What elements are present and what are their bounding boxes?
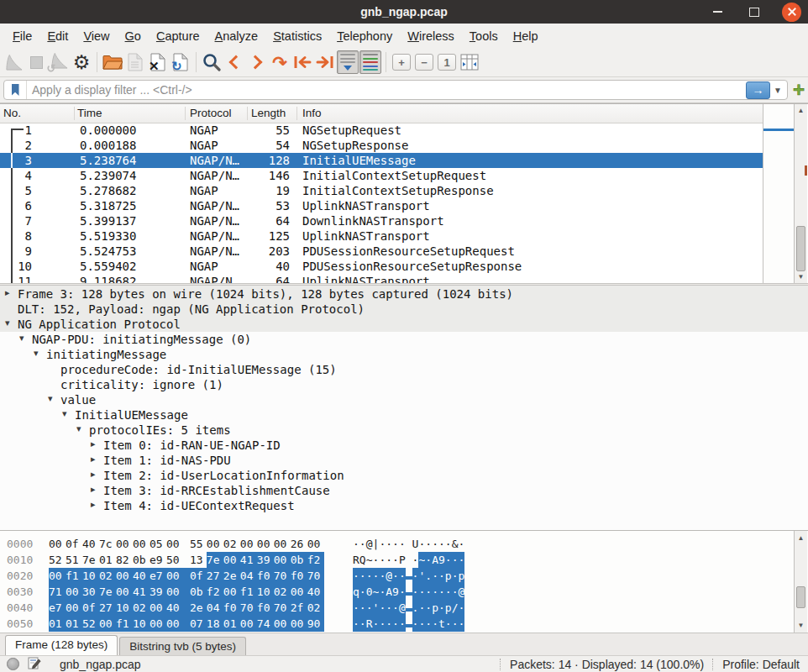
packet-row[interactable]: 105.559402NGAP40PDUSessionResourceSetupR… [0,259,763,274]
normal-size-button[interactable]: 1 [436,50,458,74]
menu-telephony[interactable]: Telephony [329,27,400,45]
packet-row[interactable]: 119.118682NGAP/N…64UplinkNASTransport [0,274,763,283]
collapse-icon[interactable]: ▾ [19,333,24,344]
column-header-length[interactable]: Length [251,107,286,119]
collapse-icon[interactable]: ▾ [62,408,67,419]
packet-row[interactable]: 55.278682NGAP19InitialContextSetupRespon… [0,183,763,198]
hex-row[interactable]: 001052517e01820be950 137e004139000bf2RQ~… [0,552,808,568]
packet-row[interactable]: 95.524753NGAP/N…203PDUSessionResourceSet… [0,244,763,259]
hex-scrollbar[interactable]: ▲ ▼ [794,531,807,633]
packet-row[interactable]: 35.238764NGAP/N…128InitialUEMessage [0,153,763,168]
packet-row[interactable]: 10.000000NGAP55NGSetupRequest [0,123,763,138]
maximize-button[interactable] [745,3,763,21]
expand-icon[interactable]: ▸ [91,438,96,449]
stop-capture-button[interactable] [25,50,47,74]
expand-icon[interactable]: ▸ [91,499,96,510]
expand-icon[interactable]: ▸ [91,469,96,480]
add-filter-button[interactable]: + [792,80,805,100]
intelligent-scrollbar-map[interactable] [763,104,794,283]
byte-view-tab[interactable]: Frame (128 bytes) [5,635,118,655]
menu-wireless[interactable]: Wireless [400,27,462,45]
scroll-up-icon[interactable]: ▲ [795,107,807,114]
detail-row[interactable]: ▾NG Application Protocol [0,317,808,332]
menu-view[interactable]: View [76,27,117,45]
apply-filter-button[interactable]: → [746,81,770,99]
packet-row[interactable]: 45.239074NGAP/N…146InitialContextSetupRe… [0,168,763,183]
display-filter-input[interactable]: Apply a display filter ... <Ctrl-/> → ▼ [3,80,788,100]
menu-analyze[interactable]: Analyze [207,27,266,45]
detail-row[interactable]: ▸Item 3: id-RRCEstablishmentCause [0,483,808,498]
expert-info-icon[interactable] [7,658,19,670]
packet-row[interactable]: 65.318725NGAP/N…53UplinkNASTransport [0,198,763,213]
detail-row[interactable]: ▾NGAP-PDU: initiatingMessage (0) [0,332,808,347]
zoom-out-button[interactable]: − [413,50,435,74]
collapse-icon[interactable]: ▾ [5,318,10,328]
hex-row[interactable]: 005001015200f1100000 0718010074000090··R… [0,616,808,632]
hex-row[interactable]: 0040e7000f2710020040 2e04f070f0702f02···… [0,600,808,616]
minimize-button[interactable] [708,3,727,21]
menu-file[interactable]: File [5,27,39,45]
expand-icon[interactable]: ▸ [5,287,10,298]
scroll-up-icon[interactable]: ▲ [795,534,807,542]
collapse-icon[interactable]: ▾ [76,423,81,434]
close-file-button[interactable]: ✕ [147,50,169,74]
packet-row[interactable]: 85.519330NGAP/N…125UplinkNASTransport [0,228,763,244]
go-to-packet-button[interactable]: ↷ [269,50,291,74]
byte-view-tab[interactable]: Bitstring tvb (5 bytes) [119,637,246,655]
go-last-button[interactable] [314,50,336,74]
close-button[interactable] [782,3,801,22]
column-header-info[interactable]: Info [302,107,322,119]
column-header-no[interactable]: No. [3,107,21,119]
detail-row[interactable]: ▸Item 2: id-UserLocationInformation [0,468,808,483]
expand-icon[interactable]: ▸ [91,454,96,465]
detail-row[interactable]: ▾initiatingMessage [0,347,808,362]
scrollbar-thumb[interactable] [796,586,805,608]
filter-bookmark-button[interactable] [4,81,27,99]
collapse-icon[interactable]: ▾ [48,393,53,404]
start-capture-button[interactable] [3,50,24,74]
scroll-down-icon[interactable]: ▼ [795,273,807,281]
hex-row[interactable]: 002000f110020040e700 0f272e04f070f070···… [0,568,808,584]
detail-row[interactable]: DLT: 152, Payload: ngap (NG Application … [0,302,808,317]
detail-row[interactable]: ▸Frame 3: 128 bytes on wire (1024 bits),… [0,286,808,302]
capture-options-button[interactable]: ⚙ [71,50,92,74]
auto-scroll-button[interactable] [337,50,359,74]
restart-capture-button[interactable]: ↺ [48,50,70,74]
filter-dropdown-caret[interactable]: ▼ [774,86,782,95]
column-header-protocol[interactable]: Protocol [190,107,232,119]
save-file-button[interactable] [124,50,146,74]
menu-help[interactable]: Help [506,27,546,45]
hex-row[interactable]: 00307100307e00413900 0bf200f110020040q·0… [0,584,808,600]
expand-icon[interactable]: ▸ [91,484,96,495]
detail-row[interactable]: ▾protocolIEs: 5 items [0,423,808,438]
colorize-button[interactable] [359,50,381,74]
detail-row[interactable]: ▸Item 4: id-UEContextRequest [0,498,808,513]
detail-row[interactable]: ▾InitialUEMessage [0,407,808,423]
menu-edit[interactable]: Edit [39,27,76,45]
zoom-in-button[interactable]: + [391,50,412,74]
packet-row[interactable]: 75.399137NGAP/N…64DownlinkNASTransport [0,213,763,228]
go-forward-button[interactable] [246,50,268,74]
detail-row[interactable]: ▸Item 1: id-NAS-PDU [0,453,808,468]
menu-go[interactable]: Go [118,27,149,45]
detail-row[interactable]: criticality: ignore (1) [0,377,808,392]
detail-row[interactable]: ▸Item 0: id-RAN-UE-NGAP-ID [0,438,808,453]
hex-row[interactable]: 0000000f407c00000500 5500020000002600··@… [0,536,808,552]
scrollbar-thumb[interactable] [796,226,805,271]
menu-tools[interactable]: Tools [462,27,506,45]
capture-comment-icon[interactable] [28,656,41,672]
open-file-button[interactable] [102,50,123,74]
go-back-button[interactable] [223,50,245,74]
packet-row[interactable]: 20.000188NGAP54NGSetupResponse [0,138,763,153]
resize-columns-button[interactable] [459,50,480,74]
find-packet-button[interactable] [201,50,223,74]
column-header-time[interactable]: Time [77,107,102,119]
detail-row[interactable]: procedureCode: id-InitialUEMessage (15) [0,362,808,377]
menu-capture[interactable]: Capture [149,27,207,45]
packet-list-scrollbar[interactable]: ▲ ▼ [794,104,807,283]
scroll-down-icon[interactable]: ▼ [795,622,807,629]
reload-file-button[interactable]: ↻ [170,50,192,74]
go-first-button[interactable] [291,50,313,74]
menu-statistics[interactable]: Statistics [265,27,329,45]
detail-row[interactable]: ▾value [0,392,808,407]
